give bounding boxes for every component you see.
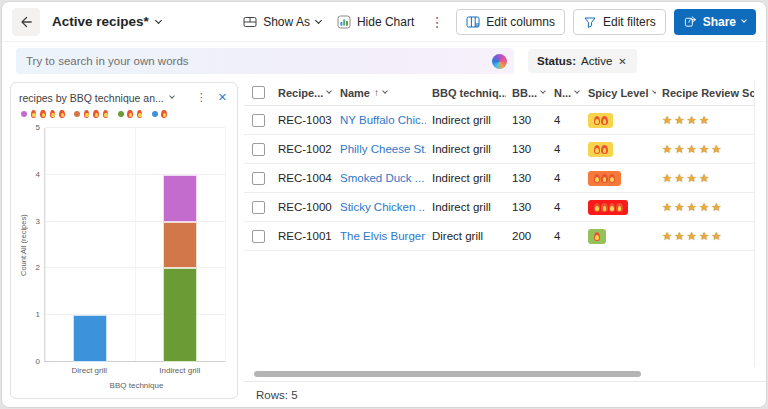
table-row[interactable]: REC-1002Philly Cheese St...Indirect gril…: [244, 135, 766, 164]
chip-label: Status:: [537, 55, 576, 67]
row-checkbox[interactable]: [252, 172, 265, 185]
recipe-name-cell: Sticky Chicken ...: [334, 201, 426, 213]
chevron-down-icon: [155, 16, 162, 23]
recipe-id-cell: REC-1003: [272, 114, 334, 126]
chevron-down-icon: [382, 88, 388, 94]
table-row[interactable]: REC-1001The Elvis BurgerDirect grill2004…: [244, 222, 766, 251]
horizontal-scrollbar-thumb[interactable]: [254, 371, 641, 377]
chevron-down-icon: [540, 88, 546, 94]
y-tick-label: 5: [36, 124, 40, 132]
search-input[interactable]: [26, 55, 492, 67]
table-row[interactable]: REC-1000Sticky Chicken ...Indirect grill…: [244, 193, 766, 222]
recipe-name-link[interactable]: The Elvis Burger: [340, 230, 425, 242]
bbq-technique-cell: Direct grill: [426, 230, 506, 242]
chart-selector[interactable]: recipes by BBQ technique an...: [19, 92, 174, 104]
more-commands-kebab-icon[interactable]: ⋮: [426, 14, 448, 30]
fire-icon: [127, 110, 133, 118]
back-arrow-icon: [19, 15, 33, 29]
table-row[interactable]: REC-1003NY Buffalo Chic...Indirect grill…: [244, 106, 766, 135]
close-chart-icon[interactable]: ✕: [216, 91, 229, 104]
legend-dot: [118, 111, 124, 117]
column-header-name[interactable]: Name↑: [334, 87, 426, 99]
sort-ascending-icon: ↑: [374, 87, 379, 98]
recipe-name-cell: Smoked Duck ...: [334, 172, 426, 184]
n-value-cell: 4: [548, 230, 582, 242]
row-checkbox[interactable]: [252, 143, 265, 156]
table-footer: Rows: 5: [244, 381, 766, 407]
chart-more-kebab-icon[interactable]: ⋮: [193, 91, 210, 104]
x-axis: Direct grillIndirect grill: [44, 362, 225, 375]
y-axis: 012345: [30, 128, 44, 362]
search-row: Status: Active ✕: [2, 42, 766, 80]
edit-columns-icon: [466, 15, 480, 29]
n-value-cell: 4: [548, 114, 582, 126]
fire-icon: [594, 145, 601, 154]
bbq-technique-cell: Indirect grill: [426, 201, 506, 213]
row-checkbox[interactable]: [252, 230, 265, 243]
fire-icon: [84, 110, 90, 118]
x-tick-label: Direct grill: [44, 362, 135, 375]
recipe-name-link[interactable]: Smoked Duck ...: [340, 172, 424, 184]
remove-filter-icon[interactable]: ✕: [617, 56, 627, 67]
recipe-id-cell: REC-1002: [272, 143, 334, 155]
ai-search-box[interactable]: [16, 48, 514, 74]
edit-columns-button[interactable]: Edit columns: [456, 9, 565, 35]
fire-icon: [137, 110, 143, 118]
recipe-name-link[interactable]: Sticky Chicken ...: [340, 201, 426, 213]
bbq-technique-cell: Indirect grill: [426, 143, 506, 155]
row-checkbox-cell: [244, 230, 272, 243]
column-header-n[interactable]: N...: [548, 87, 582, 99]
row-checkbox[interactable]: [252, 114, 265, 127]
status-filter-chip: Status: Active ✕: [528, 49, 637, 73]
recipe-name-link[interactable]: Philly Cheese St...: [340, 143, 426, 155]
fire-icon: [601, 145, 608, 154]
review-score-cell: ★★★★★: [656, 200, 766, 214]
review-score-cell: ★★★★★: [656, 142, 766, 156]
n-value-cell: 4: [548, 201, 582, 213]
row-checkbox[interactable]: [252, 201, 265, 214]
recipe-name-link[interactable]: NY Buffalo Chic...: [340, 114, 426, 126]
column-header-bbq-technique[interactable]: BBQ techniq...: [426, 87, 506, 99]
chevron-down-icon: [315, 16, 322, 23]
column-header-bb[interactable]: BB...: [506, 87, 548, 99]
fire-icon: [40, 110, 46, 118]
copilot-icon[interactable]: [492, 54, 507, 69]
fire-icon: [594, 116, 601, 125]
show-as-button[interactable]: Show As: [239, 11, 325, 33]
star-icon: ★★★★: [662, 172, 711, 184]
share-button[interactable]: Share: [674, 9, 756, 35]
page-title: Active recipes*: [52, 14, 149, 29]
select-all-checkbox[interactable]: [252, 86, 265, 99]
bar-segment-spicy-level-3-fires[interactable]: [163, 222, 197, 269]
fire-icon: [616, 203, 623, 212]
chart-legend: [19, 104, 229, 120]
back-button[interactable]: [12, 8, 40, 36]
table-row[interactable]: REC-1004Smoked Duck ...Indirect grill130…: [244, 164, 766, 193]
edit-filters-button[interactable]: Edit filters: [573, 9, 666, 35]
y-tick-label: 0: [36, 358, 40, 366]
bar-segment-spicy-level-1-fire[interactable]: [73, 315, 107, 362]
hide-chart-button[interactable]: Hide Chart: [333, 11, 418, 33]
recipe-id-cell: REC-1004: [272, 172, 334, 184]
spicy-level-cell: [582, 229, 656, 244]
column-header-recipe-id[interactable]: Recipe...: [272, 87, 334, 99]
fire-icon: [594, 174, 601, 183]
star-icon: ★★★★★: [662, 143, 724, 155]
bbq-technique-cell: Indirect grill: [426, 114, 506, 126]
bar-segment-spicy-level-4-fires[interactable]: [163, 175, 197, 222]
y-tick-label: 1: [36, 311, 40, 319]
view-selector[interactable]: Active recipes*: [52, 14, 161, 29]
hide-chart-icon: [337, 15, 351, 29]
spicy-level-badge: [588, 200, 628, 215]
bb-value-cell: 130: [506, 201, 548, 213]
legend-item: [152, 110, 168, 118]
vertical-scrollbar[interactable]: [754, 80, 766, 367]
column-header-review-score[interactable]: Recipe Review Sc...: [656, 87, 767, 99]
review-score-cell: ★★★★★: [656, 229, 766, 243]
bar-segment-spicy-level-2-fires[interactable]: [163, 268, 197, 362]
fire-icon: [609, 203, 616, 212]
fire-icon: [31, 110, 37, 118]
column-header-spicy-level[interactable]: Spicy Level: [582, 87, 656, 99]
spicy-level-cell: [582, 200, 656, 215]
app-window: Active recipes* Show As Hide Chart ⋮ Edi…: [1, 1, 767, 408]
